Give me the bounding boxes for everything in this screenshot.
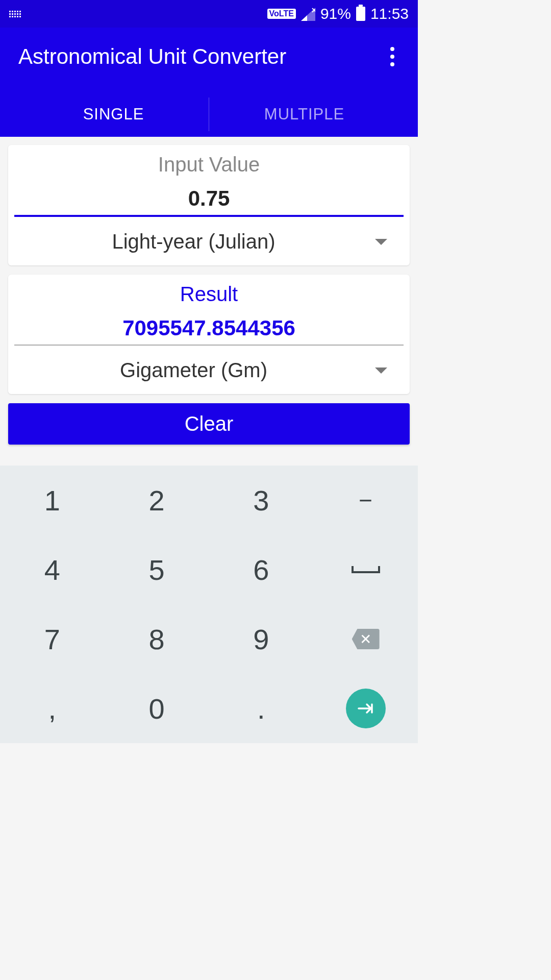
input-unit-dropdown[interactable]: Light-year (Julian) (13, 227, 405, 256)
key-1[interactable]: 1 (0, 465, 105, 535)
key-8[interactable]: 8 (105, 604, 209, 674)
key-5[interactable]: 5 (105, 535, 209, 604)
content-area: Input Value 0.75 Light-year (Julian) Res… (0, 137, 418, 453)
result-value: 7095547.8544356 (14, 316, 404, 346)
keyboard-indicator-icon (9, 11, 21, 17)
battery-percent: 91% (320, 5, 351, 22)
status-left (9, 11, 21, 17)
tab-multiple[interactable]: MULTIPLE (209, 92, 399, 137)
clock: 11:53 (370, 5, 409, 22)
key-backspace[interactable]: ✕ (313, 604, 418, 674)
key-enter[interactable] (313, 674, 418, 743)
key-dot[interactable]: . (209, 674, 314, 743)
battery-icon (356, 7, 365, 21)
volte-badge: VoLTE (267, 9, 296, 19)
key-space[interactable] (313, 535, 418, 604)
space-icon (352, 566, 380, 573)
tab-bar: SINGLE MULTIPLE (18, 92, 399, 137)
result-card: Result 7095547.8544356 Gigameter (Gm) (8, 275, 410, 394)
input-unit-text: Light-year (Julian) (13, 230, 405, 253)
key-9[interactable]: 9 (209, 604, 314, 674)
key-7[interactable]: 7 (0, 604, 105, 674)
key-minus[interactable]: − (313, 465, 418, 535)
result-unit-dropdown[interactable]: Gigameter (Gm) (13, 356, 405, 385)
key-6[interactable]: 6 (209, 535, 314, 604)
key-3[interactable]: 3 (209, 465, 314, 535)
backspace-icon: ✕ (352, 629, 380, 649)
result-label: Result (13, 283, 405, 306)
input-label: Input Value (13, 153, 405, 176)
app-header: Astronomical Unit Converter SINGLE MULTI… (0, 28, 418, 137)
app-title: Astronomical Unit Converter (18, 44, 286, 69)
key-2[interactable]: 2 (105, 465, 209, 535)
chevron-down-icon (375, 368, 387, 374)
input-card: Input Value 0.75 Light-year (Julian) (8, 145, 410, 265)
tab-single[interactable]: SINGLE (18, 92, 209, 137)
overflow-menu-icon[interactable] (385, 42, 399, 71)
numeric-keypad: 1 2 3 − 4 5 6 7 8 9 ✕ , 0 . (0, 465, 418, 743)
signal-icon: ✕ (301, 7, 315, 20)
key-comma[interactable]: , (0, 674, 105, 743)
status-right: VoLTE ✕ 91% 11:53 (267, 5, 409, 22)
svg-text:✕: ✕ (311, 8, 315, 14)
result-unit-text: Gigameter (Gm) (13, 359, 405, 382)
status-bar: VoLTE ✕ 91% 11:53 (0, 0, 418, 28)
enter-icon (346, 689, 386, 728)
key-4[interactable]: 4 (0, 535, 105, 604)
clear-button[interactable]: Clear (8, 403, 410, 445)
chevron-down-icon (375, 239, 387, 245)
input-value-field[interactable]: 0.75 (14, 186, 404, 217)
key-0[interactable]: 0 (105, 674, 209, 743)
